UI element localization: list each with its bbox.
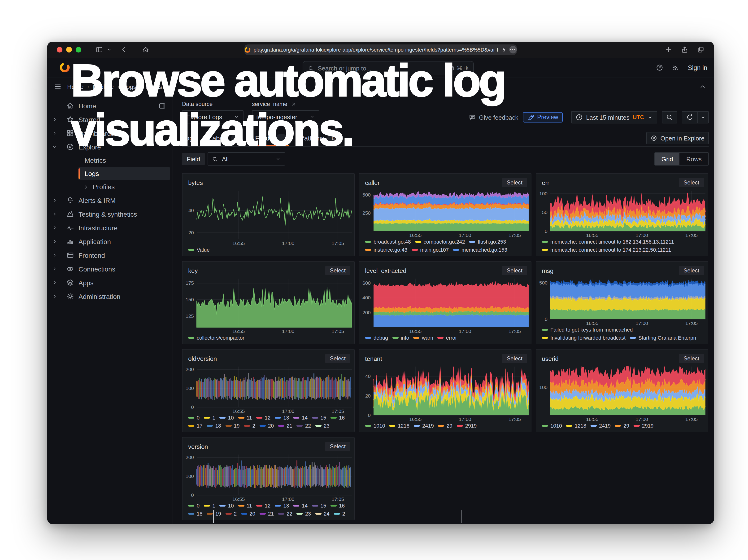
sidebar-item-application[interactable]: Application [47, 235, 172, 248]
panel-select-button[interactable]: Select [325, 442, 350, 451]
legend-item[interactable]: 23 [297, 511, 311, 516]
sign-in-link[interactable]: Sign in [688, 64, 707, 71]
legend-item[interactable]: 14 [294, 503, 308, 509]
chevron-right-icon[interactable] [47, 293, 62, 299]
legend-item[interactable]: warn [414, 335, 433, 341]
chart-bytes[interactable]: 204016:5517:0017:05 [183, 188, 354, 247]
legend-item[interactable]: info [392, 335, 409, 341]
legend-item[interactable]: 13 [275, 415, 289, 420]
legend-item[interactable]: flush.go:253 [469, 239, 506, 244]
open-in-explore-button[interactable]: Open in Explore [646, 132, 709, 144]
chart-tenant[interactable]: 0204016:5517:0017:05 [359, 364, 531, 422]
chart-oldVersion[interactable]: 010020016:5517:0017:05 [183, 364, 354, 414]
collapse-panel-icon[interactable] [699, 83, 706, 90]
legend-item[interactable]: memcache: connect timeout to 162.134.158… [542, 239, 674, 244]
legend-item[interactable]: Failed to get keys from memcached [542, 327, 633, 332]
sidebar-item-logs[interactable]: Logs [78, 167, 170, 180]
panel-select-button[interactable]: Select [502, 266, 527, 275]
legend-item[interactable]: 19 [225, 423, 240, 428]
chart-msg[interactable]: 050016:5517:0017:05 [536, 276, 708, 326]
legend-item[interactable]: 1 [204, 415, 215, 420]
legend-item[interactable]: 16 [330, 415, 345, 420]
legend-item[interactable]: 20 [241, 511, 255, 516]
tabs-overview-icon[interactable] [695, 44, 706, 55]
legend-item[interactable]: 12 [256, 503, 271, 509]
chart-err[interactable]: 05010016:5517:0017:05 [536, 188, 708, 238]
legend-item[interactable]: Value [188, 247, 210, 253]
panel-select-button[interactable]: Select [502, 354, 527, 363]
legend-item[interactable]: compactor.go:242 [415, 239, 465, 244]
menu-toggle-icon[interactable] [54, 83, 62, 90]
chart-userid[interactable]: 10016:5517:0017:05 [536, 364, 708, 422]
legend-item[interactable]: 11 [238, 503, 252, 509]
chart-caller[interactable]: 25050016:5517:0017:05 [359, 188, 531, 238]
legend-item[interactable]: 10 [219, 503, 234, 509]
sidebar-item-frontend[interactable]: Frontend [47, 248, 172, 262]
legend-item[interactable]: 14 [294, 415, 308, 420]
help-icon[interactable] [656, 64, 663, 71]
legend-item[interactable]: 12 [256, 415, 271, 420]
legend-item[interactable]: 2419 [590, 423, 611, 428]
chevron-right-icon[interactable] [47, 238, 62, 244]
legend-item[interactable]: 1010 [365, 423, 385, 428]
legend-item[interactable]: broadcast.go:48 [365, 239, 411, 244]
sidebar-item-alerts-irm[interactable]: Alerts & IRM [47, 193, 172, 207]
legend-item[interactable]: 20 [260, 423, 274, 428]
legend-item[interactable]: error [437, 335, 457, 341]
chevron-right-icon[interactable] [47, 116, 62, 122]
panel-select-button[interactable]: Select [502, 178, 527, 187]
back-icon[interactable] [118, 44, 130, 55]
legend-item[interactable]: instance.go:43 [365, 247, 407, 253]
legend-item[interactable]: memcache: connect timeout to 174.213.22.… [542, 247, 671, 253]
zoom-window-button[interactable] [76, 47, 81, 52]
legend-item[interactable]: 2 [334, 511, 345, 516]
legend-item[interactable]: Invalidating forwarded broadcast [542, 335, 626, 341]
legend-item[interactable]: main.go:107 [412, 247, 449, 253]
legend-item[interactable]: 18 [207, 423, 221, 428]
sidebar-item-administration[interactable]: Administration [47, 289, 172, 303]
legend-item[interactable]: Starting Grafana Enterpri [630, 335, 696, 341]
share-icon[interactable] [679, 44, 690, 55]
view-toggle-grid[interactable]: Grid [655, 153, 680, 165]
legend-item[interactable]: 2419 [414, 423, 434, 428]
legend-item[interactable]: 1218 [389, 423, 410, 428]
legend-item[interactable]: 24 [315, 511, 330, 516]
sidebar-item-testing-synthetics[interactable]: Testing & synthetics [47, 207, 172, 221]
home-nav-icon[interactable] [140, 44, 151, 55]
time-range-picker[interactable]: Last 15 minutes UTC [571, 111, 657, 123]
preview-badge[interactable]: Preview [523, 112, 562, 122]
new-tab-icon[interactable] [663, 44, 674, 55]
legend-item[interactable]: 18 [188, 511, 203, 516]
legend-item[interactable]: 22 [297, 423, 311, 428]
zoom-out-time-button[interactable] [662, 111, 677, 123]
chevron-right-icon[interactable] [47, 266, 62, 272]
legend-item[interactable]: 29 [615, 423, 629, 428]
legend-item[interactable]: 2 [225, 511, 237, 516]
sidebar-item-metrics[interactable]: Metrics [78, 154, 172, 167]
chart-key[interactable]: 12515017516:5517:0017:05 [183, 276, 354, 334]
legend-item[interactable]: 22 [278, 511, 293, 516]
chevron-right-icon[interactable] [78, 184, 93, 190]
legend-item[interactable]: 21 [260, 511, 274, 516]
legend-item[interactable]: 21 [278, 423, 293, 428]
panel-select-button[interactable]: Select [325, 354, 350, 363]
legend-item[interactable]: 23 [315, 423, 330, 428]
chevron-down-icon[interactable] [47, 144, 62, 150]
panel-select-button[interactable]: Select [679, 266, 704, 275]
legend-item[interactable]: memcached.go:153 [453, 247, 507, 253]
legend-item[interactable]: 2 [244, 423, 255, 428]
sidebar-item-infrastructure[interactable]: Infrastructure [47, 221, 172, 235]
grafana-logo[interactable] [60, 63, 70, 73]
legend-item[interactable]: 0 [188, 415, 200, 420]
legend-item[interactable]: 15 [312, 503, 326, 509]
legend-item[interactable]: 2919 [633, 423, 653, 428]
legend-item[interactable]: 13 [275, 503, 289, 509]
chevron-right-icon[interactable] [47, 130, 62, 136]
view-toggle-rows[interactable]: Rows [680, 153, 708, 165]
chart-level_extracted[interactable]: 20040060016:5517:0017:05 [359, 276, 531, 334]
legend-item[interactable]: 1 [204, 503, 215, 509]
legend-item[interactable]: 11 [238, 415, 252, 420]
legend-item[interactable]: 0 [188, 503, 200, 509]
refresh-button[interactable] [682, 111, 698, 123]
legend-item[interactable]: 29 [438, 423, 452, 428]
